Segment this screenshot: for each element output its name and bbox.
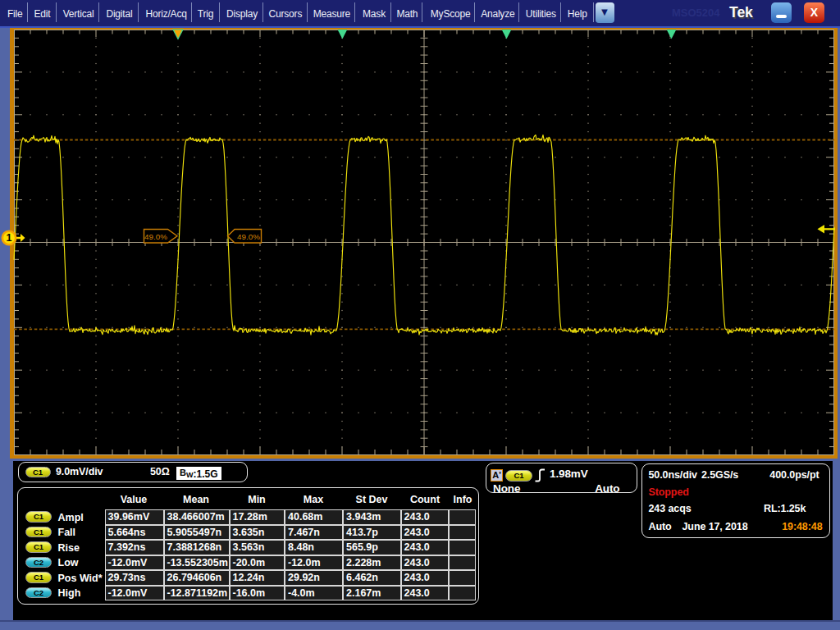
svg-text:1: 1 [6,232,11,244]
svg-text:49.0%: 49.0% [144,232,167,241]
svg-text:49.0%: 49.0% [237,232,260,241]
